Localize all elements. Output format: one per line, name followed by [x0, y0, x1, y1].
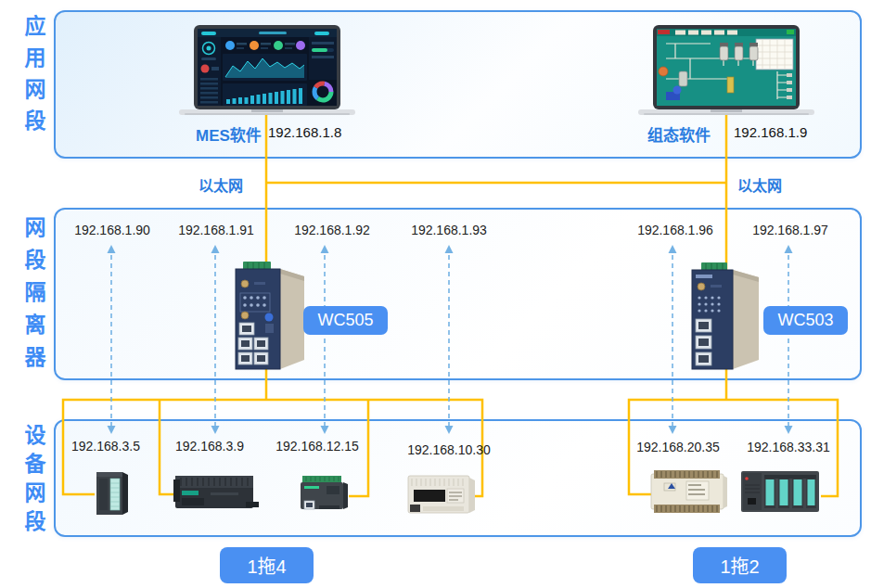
wc505-badge: WC505 — [303, 306, 388, 335]
plc-delta-dvp-image — [649, 468, 729, 518]
wc505-gateway-image — [232, 260, 308, 377]
isolator-ip-6: 192.168.1.97 — [735, 223, 846, 237]
device-ip-5: 192.168.20.35 — [622, 440, 734, 454]
device-ip-2: 192.168.3.9 — [154, 439, 265, 454]
mes-software-label: MES软件 — [196, 122, 262, 146]
plc-s7-io-module-image — [93, 469, 132, 521]
isolator-ip-3: 192.168.1.92 — [276, 223, 388, 237]
mes-laptop-image — [179, 25, 355, 121]
isolator-ip-2: 192.168.1.91 — [160, 223, 272, 237]
plc-s7-200-image — [173, 470, 259, 518]
ethernet-label-left: 以太网 — [199, 173, 243, 196]
wc503-badge: WC503 — [763, 306, 848, 335]
scada-laptop-image — [638, 25, 814, 121]
plc-s7-300-rack-image — [739, 468, 823, 518]
isolator-ip-4: 192.168.1.93 — [393, 223, 505, 237]
plc-s7-1200-image — [299, 474, 351, 518]
device-ip-3: 192.168.12.15 — [262, 439, 373, 454]
group-1-to-4-badge: 1拖4 — [220, 547, 314, 583]
isolator-segment-label: 网段隔离器 — [18, 216, 49, 378]
mes-ip: 192.168.1.8 — [268, 124, 341, 140]
group-1-to-2-badge: 1拖2 — [693, 547, 787, 583]
wc503-gateway-image — [688, 261, 762, 377]
scada-software-label: 组态软件 — [647, 122, 711, 146]
device-ip-1: 192.168.3.5 — [50, 439, 161, 454]
device-ip-4: 192.168.10.30 — [393, 442, 505, 457]
device-segment-label: 设备网段 — [18, 424, 49, 539]
device-ip-6: 192.168.33.31 — [733, 440, 844, 454]
network-topology-diagram: 应用网段 网段隔离器 设备网段 — [0, 0, 871, 588]
isolator-ip-5: 192.168.1.96 — [620, 223, 731, 237]
scada-ip: 192.168.1.9 — [734, 124, 807, 140]
app-segment-label: 应用网段 — [18, 15, 49, 141]
ethernet-label-right: 以太网 — [737, 173, 782, 196]
plc-mitsubishi-fx-image — [406, 473, 477, 520]
isolator-ip-1: 192.168.1.90 — [57, 223, 168, 237]
